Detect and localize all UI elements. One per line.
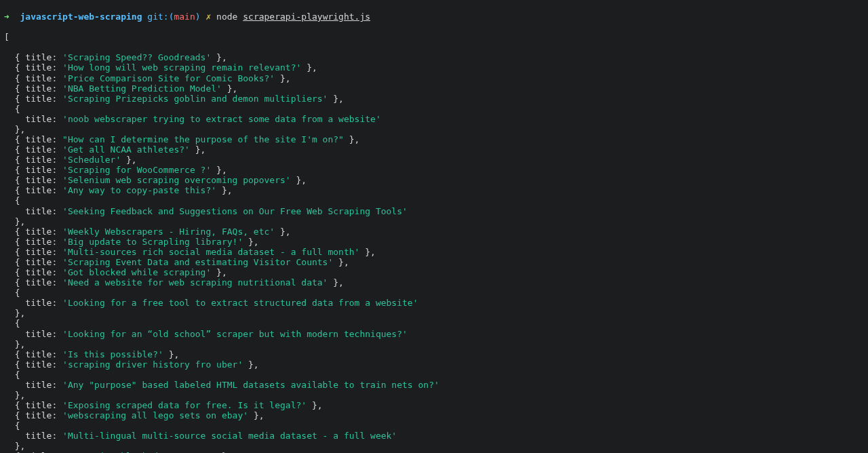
object-open: { bbox=[4, 288, 864, 298]
object-entry: title: 'noob webscraper trying to extrac… bbox=[4, 114, 864, 124]
object-close: }, bbox=[4, 216, 864, 226]
object-close: }, bbox=[4, 308, 864, 318]
object-entry-inline: { title: 'Is this possible?' }, bbox=[4, 349, 864, 359]
object-open: { bbox=[4, 318, 864, 328]
prompt-folder: javascript-web-scraping bbox=[20, 12, 142, 22]
object-entry-inline: { title: 'Selenium web scraping overcomi… bbox=[4, 175, 864, 185]
object-entry-inline: { title: "How can I determine the purpos… bbox=[4, 134, 864, 144]
output-items: { title: 'Scraping Speed?? Goodreads' },… bbox=[4, 52, 864, 453]
object-open: { bbox=[4, 104, 864, 114]
object-entry-inline: { title: 'Scraping Speed?? Goodreads' }, bbox=[4, 52, 864, 62]
object-entry-inline: { title: 'Get all NCAA athletes?' }, bbox=[4, 144, 864, 155]
object-entry-inline: { title: 'Big update to Scrapling librar… bbox=[4, 237, 864, 247]
prompt-line[interactable]: ➜ javascript-web-scraping git:(main) ✗ n… bbox=[4, 12, 864, 22]
object-entry: title: 'Any "purpose" based labeled HTML… bbox=[4, 380, 864, 390]
object-entry-inline: { title: 'NBA Betting Prediction Model' … bbox=[4, 83, 864, 94]
object-entry-inline: { title: 'scraping driver history fro ub… bbox=[4, 359, 864, 370]
object-entry-inline: { title: 'Got blocked while scraping' }, bbox=[4, 267, 864, 277]
object-open: { bbox=[4, 195, 864, 205]
object-close: }, bbox=[4, 124, 864, 134]
object-entry-inline: { title: 'webscraping all lego sets on e… bbox=[4, 410, 864, 420]
object-entry-inline: { title: 'Weekly Webscrapers - Hiring, F… bbox=[4, 226, 864, 237]
object-entry-inline: { title: 'Scheduler' }, bbox=[4, 155, 864, 165]
object-close: }, bbox=[4, 390, 864, 400]
terminal-output: ➜ javascript-web-scraping git:(main) ✗ n… bbox=[0, 0, 868, 453]
object-entry: title: 'Looking for a free tool to extra… bbox=[4, 298, 864, 308]
object-entry-inline: { title: 'How long will web scraping rem… bbox=[4, 62, 864, 73]
prompt-git: git: bbox=[147, 12, 168, 22]
object-entry-inline: { title: 'Scraping Prizepicks goblin and… bbox=[4, 94, 864, 104]
object-entry-inline: { title: 'Scraping Event Data and estima… bbox=[4, 257, 864, 267]
object-close: }, bbox=[4, 339, 864, 349]
prompt-branch: main bbox=[174, 12, 195, 22]
prompt-command: node bbox=[216, 12, 243, 22]
object-entry-inline: { title: 'Scraping for WooCommerce ?' }, bbox=[4, 165, 864, 175]
object-entry: title: 'Seeking Feedback and Suggestions… bbox=[4, 206, 864, 216]
prompt-status-icon: ✗ bbox=[205, 12, 211, 22]
object-entry-inline: { title: 'Multi-sources rich social medi… bbox=[4, 247, 864, 257]
prompt-arrow-icon: ➜ bbox=[4, 12, 9, 22]
object-entry: title: 'Looking for an “old school” scra… bbox=[4, 329, 864, 339]
array-open: [ bbox=[4, 32, 864, 42]
prompt-paren-close: ) bbox=[195, 12, 201, 22]
prompt-script: scraperapi-playwright.js bbox=[243, 12, 370, 22]
object-entry-inline: { title: 'Any way to copy-paste this?' }… bbox=[4, 185, 864, 195]
object-open: { bbox=[4, 420, 864, 431]
object-close: }, bbox=[4, 441, 864, 451]
object-entry-inline: { title: 'Price Comparison Site for Comi… bbox=[4, 73, 864, 83]
object-open: { bbox=[4, 370, 864, 380]
object-entry-inline: { title: 'Exposing scraped data for free… bbox=[4, 400, 864, 410]
object-entry: title: 'Multi-lingual multi-source socia… bbox=[4, 431, 864, 441]
object-entry-inline: { title: 'Need a website for web scrapin… bbox=[4, 277, 864, 288]
